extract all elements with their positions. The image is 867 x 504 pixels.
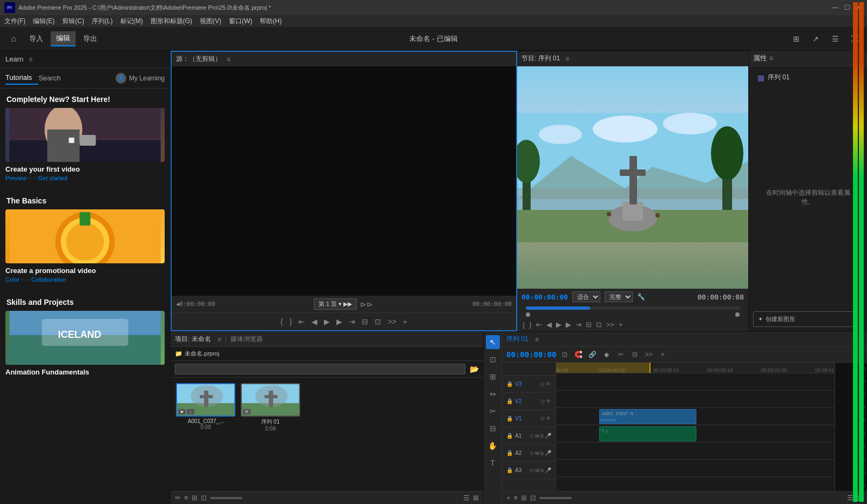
menu-edit[interactable]: 编辑(E) [33, 17, 55, 26]
a3-mic-icon[interactable]: 🎤 [545, 467, 551, 473]
source-go-out[interactable]: ⇥ [348, 316, 356, 327]
tab-tutorials[interactable]: Tutorials [5, 71, 38, 85]
export-button[interactable]: 导出 [78, 32, 103, 46]
track-row-v2[interactable] [556, 391, 835, 408]
source-add[interactable]: + [402, 316, 408, 327]
clip-thumb-1[interactable]: ▶ ♪ [176, 383, 235, 417]
freeform-icon[interactable]: ⊡ [201, 494, 207, 502]
track-row-a1[interactable]: * ♪ [556, 425, 835, 442]
tl-razor-icon[interactable]: ✂ [615, 349, 627, 360]
my-learning-button[interactable]: 👤 My Learning [116, 73, 165, 84]
track-row-v3[interactable] [556, 373, 835, 391]
timeline-menu-icon[interactable]: ≡ [535, 336, 539, 343]
card-thumb-2[interactable] [5, 209, 165, 263]
a1-m-label[interactable]: M [535, 433, 539, 439]
track-row-a3[interactable] [556, 460, 835, 477]
a2-s-label[interactable]: S [540, 451, 544, 456]
slip-tool[interactable]: ⊟ [486, 421, 500, 435]
a1-lock[interactable]: 🔒 [506, 433, 513, 439]
prog-more[interactable]: >> [605, 319, 615, 330]
source-next-frame[interactable]: ▶ [335, 316, 343, 327]
new-folder-button[interactable]: 📂 [470, 365, 479, 373]
pencil-icon[interactable]: ✏ [175, 494, 181, 502]
add-track-icon[interactable]: + [506, 494, 511, 502]
menu-sequence[interactable]: 序列(L) [92, 17, 113, 26]
clip-card-1[interactable]: ▶ ♪ A001_C037_... 0:08 [176, 383, 235, 486]
a3-s-label[interactable]: S [540, 468, 544, 473]
prog-next-frame[interactable]: ▶ [565, 319, 572, 330]
program-playhead-bar[interactable] [526, 307, 740, 310]
menu-graphics[interactable]: 图形和标题(G) [151, 17, 192, 26]
minimize-button[interactable]: — [831, 4, 839, 11]
ripple-tool[interactable]: ⊞ [486, 370, 500, 384]
edit-button[interactable]: 编辑 [51, 31, 76, 46]
video-clip-v1[interactable]: A001_C037_0... [599, 409, 696, 424]
menu-view[interactable]: 视图(V) [200, 17, 221, 26]
a3-m-label[interactable]: M [535, 468, 539, 473]
tl-linked-icon[interactable]: 🔗 [587, 349, 599, 360]
v3-lock[interactable]: 🔒 [506, 381, 513, 387]
prog-go-out[interactable]: ⇥ [574, 319, 582, 330]
a1-mic-icon[interactable]: 🎤 [545, 433, 551, 439]
a2-m-label[interactable]: M [535, 451, 539, 456]
home-button[interactable]: ⌂ [5, 31, 22, 47]
card-thumb-3[interactable]: ICELAND [5, 311, 165, 365]
track-select-tool[interactable]: ⊡ [486, 352, 500, 366]
wrench-icon[interactable]: 🔧 [637, 293, 645, 301]
program-monitor-menu[interactable]: ≡ [565, 55, 569, 63]
v1-eye-icon[interactable]: 👁 [546, 416, 551, 421]
lock-icon[interactable]: ⊠ [473, 494, 479, 502]
text-tool[interactable]: T [486, 456, 500, 470]
media-browser-tab[interactable]: 媒体浏览器 [231, 335, 263, 344]
timeline-timecode[interactable]: 00:00:00:00 [506, 350, 557, 359]
source-monitor-content[interactable] [172, 66, 516, 296]
menu-file[interactable]: 文件(F) [4, 17, 25, 26]
create-shape-button[interactable]: ✦ 创建新图形 [753, 311, 863, 327]
list-icon[interactable]: ≡ [184, 494, 188, 502]
v2-eye-icon[interactable]: 👁 [546, 398, 551, 404]
prog-extract[interactable]: ⊡ [595, 319, 603, 330]
card-preview-link[interactable]: Preview [5, 175, 31, 181]
fit-dropdown[interactable]: 适合 [572, 291, 600, 302]
source-mark-in[interactable]: { [280, 316, 285, 327]
source-prev-frame[interactable]: ◀ [310, 316, 319, 327]
tl-zoom-slider[interactable] [539, 497, 572, 499]
card-start-link[interactable]: Get started [38, 175, 67, 181]
tl-marker-icon[interactable]: ◆ [601, 349, 613, 360]
v3-eye-icon[interactable]: 👁 [546, 381, 551, 387]
clip-card-2[interactable]: ⊞ 序列 01 0:08 [241, 383, 300, 486]
source-play-button[interactable]: ⊳⊳ [359, 299, 374, 310]
learn-menu-icon[interactable]: ≡ [29, 56, 32, 63]
source-monitor-menu-icon[interactable]: ≡ [227, 56, 231, 63]
settings-small-icon[interactable]: ☰ [463, 494, 470, 502]
menu-marker[interactable]: 标记(M) [120, 17, 143, 26]
program-range-bar[interactable] [526, 314, 740, 316]
timeline-tracks[interactable]: 00:00 00:00:00:06 00:00:00:12 00:00:00:1… [556, 363, 835, 491]
source-overwrite[interactable]: ⊡ [374, 316, 382, 327]
source-play[interactable]: ▶ [323, 316, 331, 327]
menu-help[interactable]: 帮助(H) [260, 17, 282, 26]
tab-search[interactable]: Search [38, 72, 67, 84]
v1-lock[interactable]: 🔒 [506, 416, 513, 421]
tl-list-icon[interactable]: ≡ [514, 494, 518, 502]
tl-grid-icon[interactable]: ⊞ [521, 494, 527, 502]
audio-clip-a1[interactable]: * ♪ [599, 426, 696, 441]
project-menu-icon[interactable]: ≡ [218, 336, 221, 343]
video-preview[interactable] [517, 66, 748, 289]
range-end-handle[interactable] [735, 312, 740, 317]
clip-thumb-2[interactable]: ⊞ [241, 383, 300, 417]
page-indicator[interactable]: 第 1 页 ▾ ▶▶ [314, 298, 357, 310]
zoom-slider[interactable] [210, 497, 242, 499]
v2-lock[interactable]: 🔒 [506, 398, 513, 404]
card-color-link[interactable]: Color [5, 276, 24, 283]
grid-icon[interactable]: ⊞ [192, 494, 198, 502]
tl-more1-icon[interactable]: >> [643, 349, 655, 360]
tl-snap-icon[interactable]: ⊡ [559, 349, 571, 360]
tl-gap-icon[interactable]: ⊟ [629, 349, 641, 360]
project-search-input[interactable] [175, 364, 465, 374]
rolling-tool[interactable]: ⇔ [486, 387, 500, 401]
a3-lock[interactable]: 🔒 [506, 467, 513, 473]
quality-dropdown[interactable]: 完整 [605, 291, 633, 302]
track-row-a2[interactable] [556, 442, 835, 460]
menu-window[interactable]: 窗口(W) [229, 17, 252, 26]
